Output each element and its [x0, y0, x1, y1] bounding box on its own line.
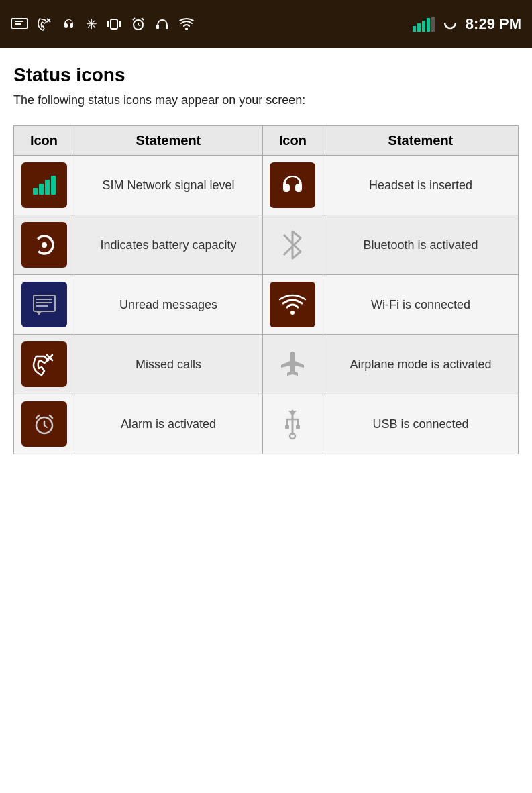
headphone-status-icon — [155, 17, 170, 32]
svg-point-16 — [445, 17, 456, 28]
airplane-container — [268, 341, 317, 387]
status-bar: ✳ 8:29 PM — [0, 0, 532, 48]
signal-bar-4 — [427, 18, 430, 32]
table-row: Alarm is activated — [14, 394, 519, 454]
sim-signal-icon — [21, 162, 67, 208]
signal-bar-5 — [431, 17, 435, 32]
svg-point-15 — [185, 28, 188, 30]
vibrate-status-icon — [107, 17, 121, 32]
stmt-bluetooth: Bluetooth is activated — [323, 215, 518, 275]
alarm-icon-box — [21, 401, 67, 447]
svg-line-10 — [138, 25, 140, 26]
status-time: 8:29 PM — [466, 15, 521, 33]
svg-line-30 — [36, 415, 39, 418]
icon-cell-battery — [14, 215, 74, 275]
table-row: Unread messages Wi-Fi is connected — [14, 275, 519, 335]
table-row: Missed calls Airplane mode is activated — [14, 335, 519, 394]
bar3 — [45, 180, 50, 195]
icon-cell-bluetooth — [262, 215, 323, 275]
stmt-wifi: Wi-Fi is connected — [323, 275, 518, 335]
stmt-alarm: Alarm is activated — [74, 394, 263, 454]
status-bar-right: 8:29 PM — [413, 15, 521, 34]
content-area: Status icons The following status icons … — [0, 48, 532, 470]
svg-line-11 — [133, 18, 135, 20]
svg-point-18 — [42, 242, 47, 248]
icon-cell-wifi — [262, 275, 323, 335]
page-title: Status icons — [13, 64, 519, 86]
bar4 — [51, 176, 56, 195]
signal-bar-1 — [413, 26, 416, 32]
alarm-status-icon — [131, 17, 146, 32]
page-description: The following status icons may appear on… — [13, 91, 519, 109]
col-header-stmt1: Statement — [74, 126, 263, 156]
bluetooth-svg — [280, 228, 305, 262]
wifi-status-icon — [179, 17, 194, 31]
icon-cell-headset — [262, 156, 323, 215]
table-row: SIM Network signal level Headset is inse… — [14, 156, 519, 215]
stmt-battery: Indicates battery capacity — [74, 215, 263, 275]
svg-rect-36 — [285, 425, 289, 429]
svg-marker-39 — [288, 411, 297, 416]
signal-bar-3 — [422, 21, 425, 32]
alarm-svg — [30, 409, 59, 439]
icon-cell-messages — [14, 275, 74, 335]
svg-rect-14 — [166, 25, 168, 29]
bar2 — [39, 184, 44, 195]
svg-point-38 — [290, 433, 295, 439]
stmt-messages: Unread messages — [74, 275, 263, 335]
battery-svg — [30, 230, 59, 260]
bar1 — [33, 188, 38, 195]
icon-cell-sim-signal — [14, 156, 74, 215]
icon-cell-missed-calls — [14, 335, 74, 394]
svg-rect-13 — [156, 25, 159, 29]
status-icons-table: Icon Statement Icon Statement — [13, 125, 519, 454]
svg-line-12 — [142, 18, 144, 20]
stmt-sim-signal: SIM Network signal level — [74, 156, 263, 215]
stmt-usb: USB is connected — [323, 394, 518, 454]
col-header-icon1: Icon — [14, 126, 74, 156]
status-bar-icons: ✳ — [11, 16, 194, 32]
bluetooth-status-icon: ✳ — [86, 16, 97, 32]
sms-status-icon — [11, 18, 28, 30]
usb-svg — [280, 407, 305, 441]
messages-icon — [21, 282, 67, 327]
headset-status-icon — [62, 17, 76, 32]
signal-bar-2 — [417, 23, 421, 32]
missed-call-status-icon — [38, 17, 52, 32]
signal-bars — [413, 17, 435, 32]
messages-svg — [30, 290, 59, 319]
stmt-headset: Headset is inserted — [323, 156, 518, 215]
svg-marker-23 — [36, 311, 42, 315]
svg-line-31 — [50, 415, 52, 418]
battery-icon — [21, 222, 67, 268]
svg-rect-5 — [111, 19, 117, 29]
table-row: Indicates battery capacity Bluetooth is … — [14, 215, 519, 275]
svg-line-29 — [44, 425, 47, 427]
bluetooth-container — [268, 222, 317, 268]
svg-point-24 — [290, 311, 295, 315]
headset-icon — [270, 162, 315, 208]
icon-cell-airplane — [262, 335, 323, 394]
col-header-stmt2: Statement — [323, 126, 518, 156]
col-header-icon2: Icon — [262, 126, 323, 156]
circle-icon — [443, 15, 458, 34]
svg-rect-37 — [296, 425, 300, 429]
phone-missed-svg — [30, 350, 59, 379]
airplane-svg — [277, 349, 308, 380]
icon-cell-alarm — [14, 394, 74, 454]
usb-container — [268, 401, 317, 447]
stmt-missed-calls: Missed calls — [74, 335, 263, 394]
wifi-svg — [278, 290, 307, 319]
headset-svg — [278, 170, 307, 200]
signal-icon-inner — [30, 173, 58, 197]
icon-cell-usb — [262, 394, 323, 454]
wifi-icon — [270, 282, 315, 327]
missed-calls-icon — [21, 341, 67, 387]
stmt-airplane: Airplane mode is activated — [323, 335, 518, 394]
